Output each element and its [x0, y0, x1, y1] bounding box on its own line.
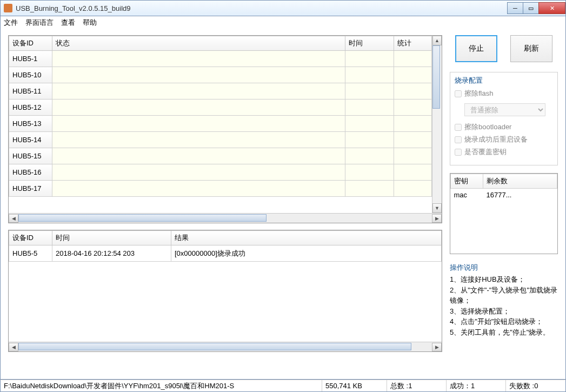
overwrite-key-checkbox[interactable]: 是否覆盖密钥: [455, 147, 553, 157]
instruction-line: 1、连接好HUB及设备；: [450, 275, 558, 285]
erase-bootloader-checkbox[interactable]: 擦除bootloader: [455, 122, 553, 132]
key-table: 密钥 剩余数 mac 16777...: [450, 173, 558, 254]
header-result[interactable]: 结果: [171, 231, 442, 245]
maximize-button[interactable]: ▭: [523, 2, 539, 14]
erase-mode-select[interactable]: 普通擦除: [464, 103, 545, 116]
table-row[interactable]: HUB5-16: [9, 164, 432, 181]
horizontal-scrollbar[interactable]: ◀▶: [9, 213, 442, 223]
results-table: 设备ID 时间 结果 HUB5-52018-04-16 20:12:54 203…: [8, 230, 442, 352]
status-path: F:\BaiduNetdiskDownload\开发者固件\YYF\hm201_…: [1, 380, 322, 391]
instructions-title: 操作说明: [450, 263, 558, 273]
header-time-2[interactable]: 时间: [52, 231, 171, 245]
header-device-id[interactable]: 设备ID: [9, 36, 52, 51]
minimize-button[interactable]: ─: [507, 2, 523, 14]
instruction-line: 3、选择烧录配置；: [450, 307, 558, 317]
device-table: 设备ID 状态 时间 统计 HUB5-1HUB5-10HUB5-11HUB5-1…: [8, 35, 442, 223]
table-row[interactable]: HUB5-17: [9, 181, 432, 197]
menu-view[interactable]: 查看: [61, 18, 75, 28]
header-count[interactable]: 统计: [394, 36, 432, 51]
status-bar: F:\BaiduNetdiskDownload\开发者固件\YYF\hm201_…: [0, 380, 566, 392]
config-title: 烧录配置: [455, 76, 553, 85]
horizontal-scrollbar-2[interactable]: ◀▶: [9, 342, 442, 351]
header-time[interactable]: 时间: [345, 36, 394, 51]
menu-language[interactable]: 界面语言: [25, 18, 54, 28]
app-icon: [4, 4, 12, 12]
window-title: USB_Burning_Tool_v2.0.5.15_build9: [16, 4, 508, 12]
status-size: 550,741 KB: [322, 380, 387, 391]
key-row[interactable]: mac 16777...: [451, 189, 557, 202]
table-row[interactable]: HUB5-11: [9, 83, 432, 99]
reboot-after-checkbox[interactable]: 烧录成功后重启设备: [455, 135, 553, 144]
title-bar: USB_Burning_Tool_v2.0.5.15_build9 ─ ▭ ✕: [0, 0, 566, 16]
table-row[interactable]: HUB5-10: [9, 67, 432, 83]
header-remain[interactable]: 剩余数: [483, 174, 557, 189]
vertical-scrollbar[interactable]: ▲▼: [432, 36, 442, 213]
erase-flash-checkbox[interactable]: 擦除flash: [455, 89, 553, 98]
instruction-line: 4、点击"开始"按钮启动烧录；: [450, 317, 558, 327]
header-key[interactable]: 密钥: [451, 174, 483, 189]
header-device-id-2[interactable]: 设备ID: [9, 231, 52, 245]
menu-bar: 文件 界面语言 查看 帮助: [0, 16, 566, 29]
table-row[interactable]: HUB5-15: [9, 148, 432, 164]
burn-config-group: 烧录配置 擦除flash 普通擦除 擦除bootloader 烧录成功后重启设备…: [450, 72, 558, 165]
close-button[interactable]: ✕: [538, 2, 565, 14]
table-row[interactable]: HUB5-12: [9, 99, 432, 116]
stop-button[interactable]: 停止: [455, 35, 497, 62]
status-fail: 失败数 :0: [506, 380, 565, 391]
table-row[interactable]: HUB5-52018-04-16 20:12:54 203[0x00000000…: [9, 245, 442, 262]
menu-file[interactable]: 文件: [4, 18, 18, 28]
instructions: 操作说明 1、连接好HUB及设备；2、从"文件"-"导入烧录包"加载烧录镜像；3…: [450, 263, 558, 338]
instruction-line: 2、从"文件"-"导入烧录包"加载烧录镜像；: [450, 285, 558, 306]
header-status[interactable]: 状态: [52, 36, 345, 51]
menu-help[interactable]: 帮助: [83, 18, 97, 28]
status-total: 总数 :1: [387, 380, 447, 391]
status-success: 成功：1: [447, 380, 506, 391]
table-row[interactable]: HUB5-1: [9, 51, 432, 67]
table-row[interactable]: HUB5-14: [9, 132, 432, 148]
table-row[interactable]: HUB5-13: [9, 116, 432, 132]
instruction-line: 5、关闭工具前，先"停止"烧录。: [450, 328, 558, 338]
refresh-button[interactable]: 刷新: [510, 35, 552, 62]
